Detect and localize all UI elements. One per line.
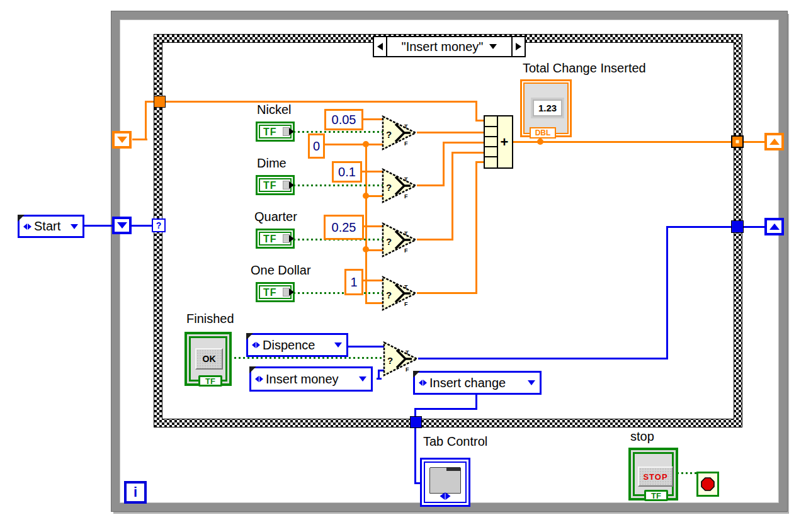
finished-button-terminal[interactable]: OK TF [184,332,232,386]
enum-dispense[interactable]: Dispence [246,333,348,357]
wire-junction-dot [363,193,369,199]
wire-select5-out[interactable] [418,358,668,359]
wire-nickel-bool[interactable] [293,131,383,133]
wire-dime-bool[interactable] [293,184,383,186]
select-function-dime[interactable]: ? T F [381,167,417,204]
stop-button-terminal[interactable]: STOP TF [628,448,678,501]
output-arrow-icon [289,128,294,135]
enum-start[interactable]: Start [18,215,84,238]
tf-glyph: TF [263,234,277,245]
constant-zero[interactable]: 0 [308,133,325,159]
wire-dispense-to-select5[interactable] [347,346,385,348]
case-selector-terminal[interactable]: ? [152,218,166,232]
label-corner-icon [18,215,25,222]
indicator-body: 1.23 [523,82,569,134]
tab-control-terminal[interactable] [420,458,470,507]
select-true: T [404,230,408,237]
dropdown-icon [71,224,78,229]
wire-select4-out[interactable] [417,292,477,294]
nickel-label: Nickel [257,103,291,117]
case-name[interactable]: "Insert money" [387,37,511,56]
select-question: ? [386,182,392,193]
add-symbol: + [497,116,512,167]
wire-select5-out[interactable] [666,226,734,228]
wire-sum-output[interactable] [512,141,734,143]
case-structure-border[interactable] [154,35,742,427]
tf-glyph: TF [263,287,277,298]
label-corner-icon [249,366,256,373]
wire-select4-out[interactable] [475,161,477,294]
shift-register-left-blue[interactable] [112,217,132,234]
ok-button[interactable]: OK [195,348,223,370]
add-input-separator [485,146,498,147]
quarter-boolean-terminal[interactable]: TF [256,229,295,249]
tunnel-blue-bottom[interactable] [410,416,422,428]
tunnel-orange-left[interactable] [154,96,166,108]
wire-top-running-total[interactable] [475,101,477,121]
enum-insert-money-text: Insert money [266,372,339,387]
wire-onedollar-bool[interactable] [293,292,383,294]
shift-register-right-blue[interactable] [764,218,784,235]
wire-tunnel-to-shiftreg-right-blue[interactable] [743,226,767,228]
label-corner-icon [246,333,253,340]
constant-nickel-value[interactable]: 0.05 [324,109,363,130]
wire-select2-out[interactable] [443,142,485,144]
wire-select5-out[interactable] [666,226,668,359]
loop-iteration-terminal[interactable]: i [124,481,147,504]
wire-top-running-total[interactable] [145,101,477,103]
wire-select2-out[interactable] [417,184,445,186]
wire-stop-bool[interactable] [677,472,699,474]
constant-quarter-value[interactable]: 0.25 [324,215,364,240]
select-true: T [404,123,408,130]
select-function-nickel[interactable]: ? T F [381,115,417,151]
case-previous-button[interactable] [374,37,387,56]
case-next-button[interactable] [511,37,525,56]
enum-cycle-icon [255,376,263,382]
wire-select3-out[interactable] [451,152,453,241]
dime-label: Dime [257,156,287,171]
add-input-separator [485,126,498,127]
select-function-quarter[interactable]: ? T F [381,222,417,258]
wire-finished-bool[interactable] [230,357,384,359]
case-selector-label[interactable]: "Insert money" [373,36,526,57]
one-dollar-boolean-terminal[interactable]: TF [256,282,295,302]
enum-cycle-icon [440,492,451,500]
nickel-boolean-terminal[interactable]: TF [256,122,295,142]
select-question: ? [386,129,392,140]
total-change-indicator[interactable]: 1.23 DBL [520,79,572,137]
shift-register-up-icon [769,224,780,230]
constant-dime-value[interactable]: 0.1 [332,161,362,183]
wire-select2-out[interactable] [443,142,445,186]
wire-select1-out[interactable] [417,132,485,133]
indicator-value: 1.23 [533,99,562,116]
arrow-left-icon [377,43,383,50]
tf-glyph: TF [198,375,222,387]
select-question: ? [386,236,392,247]
tunnel-blue-right[interactable] [731,220,744,233]
wire-shiftreg-to-tunnel[interactable] [145,101,147,140]
shift-register-right-orange[interactable] [764,133,784,150]
case-structure-content-area [162,43,734,419]
wire-select3-out[interactable] [451,152,485,154]
wire-tunnel-to-shiftreg-right[interactable] [743,141,767,143]
enum-insert-money[interactable]: Insert money [249,366,373,392]
shift-register-left-orange[interactable] [112,131,132,149]
tab-control-frame [424,461,467,503]
loop-condition-terminal[interactable] [696,472,719,497]
tunnel-orange-right[interactable] [731,135,744,148]
select-false: F [404,247,408,254]
enum-cycle-icon [252,342,260,348]
select-function-dollar[interactable]: ? T F [381,275,417,312]
dropdown-icon [528,380,535,385]
dime-boolean-terminal[interactable]: TF [256,175,295,195]
wire-select3-out[interactable] [417,239,453,241]
output-arrow-icon [289,235,294,242]
wire-insertchange-to-tab[interactable] [414,408,477,410]
stop-sign-icon [700,477,715,492]
enum-insert-change[interactable]: Insert change [413,371,542,395]
wire-zero-to-select1[interactable] [323,144,385,145]
constant-dollar-value[interactable]: 1 [344,269,363,295]
shift-register-up-icon [769,139,780,145]
compound-add-function[interactable]: + [484,115,513,169]
stop-button[interactable]: STOP [638,467,673,487]
